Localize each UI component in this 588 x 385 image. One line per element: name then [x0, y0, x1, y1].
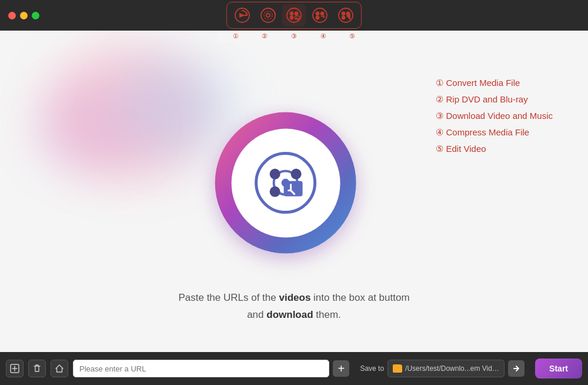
tab-number-4: ④	[312, 32, 335, 40]
feature-2: ② Rip DVD and Blu-ray	[436, 94, 553, 105]
url-input-section: +	[73, 360, 349, 377]
save-to-path-button[interactable]: /Users/test/Downlo...em Video Converter	[387, 360, 505, 377]
center-icon-gradient	[215, 112, 356, 254]
folder-icon	[393, 364, 402, 373]
minimize-button[interactable]	[20, 12, 28, 19]
add-url-button[interactable]: +	[333, 360, 349, 377]
edit-icon	[338, 7, 354, 24]
maximize-button[interactable]	[32, 12, 39, 19]
download-video-icon	[253, 151, 318, 215]
start-button[interactable]: Start	[535, 359, 582, 379]
title-bar	[0, 0, 588, 31]
tab-rip[interactable]	[256, 4, 280, 26]
traffic-lights	[8, 12, 39, 19]
tab-download[interactable]	[282, 4, 306, 26]
center-icon-wrapper	[215, 112, 356, 254]
feature-4: ④ Compress Media File	[436, 127, 553, 138]
svg-point-10	[316, 12, 319, 15]
arrow-right-icon	[512, 364, 520, 373]
save-to-section: Save to /Users/test/Downlo...em Video Co…	[360, 360, 524, 377]
svg-point-6	[295, 12, 298, 15]
svg-point-20	[291, 169, 302, 180]
convert-icon	[234, 7, 250, 24]
save-path-text: /Users/test/Downlo...em Video Converter	[405, 364, 499, 373]
svg-point-14	[342, 12, 345, 15]
tab-number-5: ⑤	[340, 32, 364, 40]
svg-point-5	[290, 12, 293, 15]
plus-square-icon	[10, 364, 19, 373]
rip-icon	[260, 7, 276, 24]
tab-edit[interactable]	[334, 4, 358, 26]
feature-5: ⑤ Edit Video	[436, 144, 553, 154]
svg-point-19	[270, 169, 280, 180]
close-button[interactable]	[8, 12, 16, 19]
svg-point-3	[264, 11, 272, 19]
svg-point-21	[270, 187, 280, 197]
svg-point-11	[321, 12, 324, 15]
feature-3: ③ Download Video and Music	[436, 111, 553, 121]
download-icon	[286, 7, 302, 24]
svg-point-12	[316, 16, 319, 19]
url-input[interactable]	[73, 360, 329, 377]
home-button[interactable]	[51, 360, 68, 377]
home-icon	[55, 364, 64, 373]
navigate-button[interactable]	[508, 360, 524, 377]
add-source-button[interactable]	[6, 360, 24, 377]
svg-point-9	[313, 8, 327, 22]
tab-compress[interactable]	[308, 4, 332, 26]
delete-button[interactable]	[28, 360, 46, 377]
svg-point-2	[266, 14, 270, 17]
svg-point-4	[287, 8, 301, 22]
svg-point-23	[282, 179, 290, 187]
svg-point-7	[290, 16, 293, 19]
svg-point-13	[339, 8, 353, 22]
tab-bar	[226, 2, 362, 29]
bg-blob-lavender	[35, 89, 141, 172]
feature-list: ① Convert Media File ② Rip DVD and Blu-r…	[436, 78, 553, 154]
tab-convert[interactable]	[230, 4, 254, 26]
feature-1: ① Convert Media File	[436, 78, 553, 88]
main-content: ① Convert Media File ② Rip DVD and Blu-r…	[0, 31, 588, 352]
svg-point-16	[342, 16, 345, 19]
center-icon-inner	[231, 128, 340, 237]
tab-number-2: ②	[253, 32, 276, 40]
bottom-bar: + Save to /Users/test/Downlo...em Video …	[0, 352, 588, 385]
save-to-label: Save to	[360, 364, 384, 373]
trash-icon	[32, 364, 42, 373]
tab-number-3: ③	[282, 32, 306, 40]
description-text: Paste the URLs of the videos into the bo…	[178, 290, 409, 324]
tab-number-1: ①	[224, 32, 248, 40]
compress-icon	[312, 7, 328, 24]
